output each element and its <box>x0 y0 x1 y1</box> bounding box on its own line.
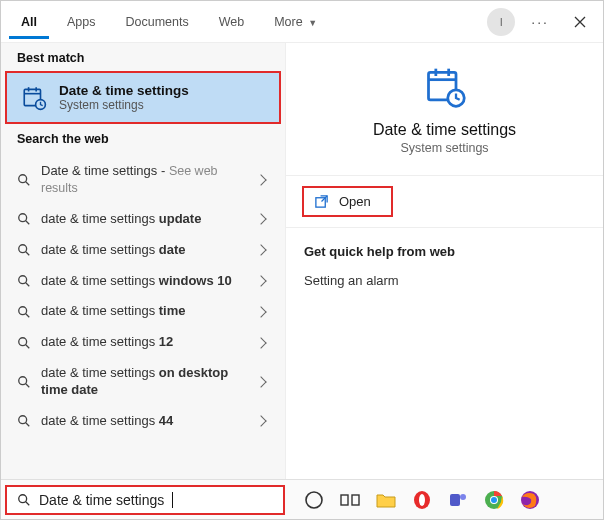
svg-line-10 <box>26 252 30 256</box>
open-icon <box>314 194 329 209</box>
main-content: Best match Date & time settings System s… <box>1 43 603 479</box>
opera-icon[interactable] <box>411 489 433 511</box>
web-result-label: date & time settings 44 <box>41 413 247 430</box>
svg-point-9 <box>19 245 27 253</box>
best-match-text: Date & time settings System settings <box>59 83 189 112</box>
web-result-item[interactable]: date & time settings windows 10 <box>1 266 285 297</box>
tab-web[interactable]: Web <box>207 5 256 39</box>
taskbar-icons <box>303 489 541 511</box>
web-result-label: date & time settings date <box>41 242 247 259</box>
web-result-item[interactable]: Date & time settings - See web results <box>1 156 285 204</box>
svg-rect-31 <box>352 495 359 505</box>
tab-apps[interactable]: Apps <box>55 5 108 39</box>
open-label: Open <box>339 194 371 209</box>
chevron-right-icon <box>255 244 266 255</box>
calendar-clock-icon <box>21 85 47 111</box>
search-web-header: Search the web <box>1 124 285 152</box>
action-row: Open <box>286 175 603 228</box>
search-input[interactable]: Date & time settings <box>39 492 164 508</box>
more-options-button[interactable]: ··· <box>525 8 555 36</box>
teams-icon[interactable] <box>447 489 469 511</box>
search-icon <box>17 414 31 428</box>
svg-point-19 <box>19 416 27 424</box>
web-result-item[interactable]: date & time settings on desktop time dat… <box>1 358 285 406</box>
web-result-label: date & time settings update <box>41 211 247 228</box>
search-icon <box>17 336 31 350</box>
web-result-label: date & time settings windows 10 <box>41 273 247 290</box>
chevron-right-icon <box>255 376 266 387</box>
best-match-header: Best match <box>1 43 285 71</box>
svg-point-33 <box>419 494 425 506</box>
avatar[interactable]: I <box>487 8 515 36</box>
help-section: Get quick help from web Setting an alarm <box>286 228 603 308</box>
search-icon <box>17 212 31 226</box>
svg-point-13 <box>19 307 27 315</box>
svg-line-8 <box>26 221 30 225</box>
svg-point-29 <box>306 492 322 508</box>
svg-rect-34 <box>450 494 460 506</box>
web-result-item[interactable]: date & time settings 44 <box>1 406 285 437</box>
search-icon <box>17 274 31 288</box>
svg-line-12 <box>26 283 30 287</box>
detail-panel: Date & time settings System settings Ope… <box>285 43 603 479</box>
chevron-down-icon: ▼ <box>308 18 317 28</box>
calendar-clock-icon <box>423 65 467 109</box>
tab-documents[interactable]: Documents <box>113 5 200 39</box>
search-window: All Apps Documents Web More ▼ I ··· Best… <box>0 0 604 520</box>
svg-line-18 <box>26 384 30 388</box>
chevron-right-icon <box>255 416 266 427</box>
chevron-right-icon <box>255 337 266 348</box>
search-icon <box>17 243 31 257</box>
svg-point-17 <box>19 377 27 385</box>
firefox-icon[interactable] <box>519 489 541 511</box>
best-match-subtitle: System settings <box>59 98 189 112</box>
file-explorer-icon[interactable] <box>375 489 397 511</box>
chevron-right-icon <box>255 275 266 286</box>
search-icon <box>17 173 31 187</box>
search-box[interactable]: Date & time settings <box>5 485 285 515</box>
svg-line-14 <box>26 314 30 318</box>
chrome-icon[interactable] <box>483 489 505 511</box>
tab-more[interactable]: More ▼ <box>262 5 329 39</box>
topbar: All Apps Documents Web More ▼ I ··· <box>1 1 603 43</box>
web-result-label: date & time settings on desktop time dat… <box>41 365 247 399</box>
web-result-item[interactable]: date & time settings 12 <box>1 327 285 358</box>
filter-tabs: All Apps Documents Web More ▼ <box>9 1 329 42</box>
chevron-right-icon <box>255 174 266 185</box>
help-item[interactable]: Setting an alarm <box>304 269 585 292</box>
svg-point-15 <box>19 338 27 346</box>
tab-all[interactable]: All <box>9 5 49 39</box>
svg-point-7 <box>19 214 27 222</box>
search-icon <box>17 493 31 507</box>
svg-point-38 <box>491 497 497 503</box>
task-view-icon[interactable] <box>339 489 361 511</box>
web-result-label: date & time settings time <box>41 303 247 320</box>
svg-point-35 <box>460 494 466 500</box>
svg-point-11 <box>19 276 27 284</box>
svg-line-6 <box>26 182 30 186</box>
svg-line-20 <box>26 423 30 427</box>
web-result-item[interactable]: date & time settings time <box>1 296 285 327</box>
web-result-item[interactable]: date & time settings date <box>1 235 285 266</box>
web-result-item[interactable]: date & time settings update <box>1 204 285 235</box>
open-button[interactable]: Open <box>302 186 393 217</box>
feature-header: Date & time settings System settings <box>286 43 603 175</box>
svg-rect-30 <box>341 495 348 505</box>
chevron-right-icon <box>255 214 266 225</box>
chevron-right-icon <box>255 306 266 317</box>
search-icon <box>17 375 31 389</box>
cortana-icon[interactable] <box>303 489 325 511</box>
close-button[interactable] <box>565 7 595 37</box>
close-icon <box>574 16 586 28</box>
web-result-label: date & time settings 12 <box>41 334 247 351</box>
help-title: Get quick help from web <box>304 244 585 259</box>
search-icon <box>17 305 31 319</box>
svg-line-28 <box>26 501 30 505</box>
svg-point-5 <box>19 175 27 183</box>
web-results-list: Date & time settings - See web resultsda… <box>1 152 285 437</box>
feature-title: Date & time settings <box>373 121 516 139</box>
best-match-item[interactable]: Date & time settings System settings <box>5 71 281 124</box>
text-caret <box>172 492 173 508</box>
topbar-right: I ··· <box>487 7 595 37</box>
best-match-title: Date & time settings <box>59 83 189 98</box>
